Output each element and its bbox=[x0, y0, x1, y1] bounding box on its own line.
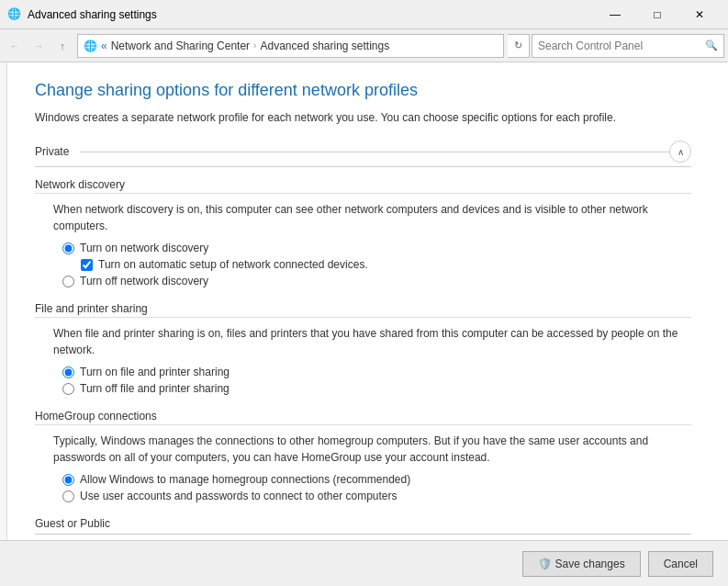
private-section-toggle[interactable]: ∧ bbox=[669, 141, 691, 163]
file-sharing-off-option: Turn off file and printer sharing bbox=[62, 382, 691, 395]
file-sharing-off-label: Turn off file and printer sharing bbox=[80, 382, 230, 395]
page-title: Change sharing options for different net… bbox=[35, 81, 691, 100]
breadcrumb-current: Advanced sharing settings bbox=[260, 39, 389, 52]
cancel-button[interactable]: Cancel bbox=[648, 551, 713, 577]
back-button[interactable]: ← bbox=[4, 35, 26, 57]
guest-section-header: Guest or Public bbox=[35, 517, 691, 535]
homegroup-windows-label: Allow Windows to manage homegroup connec… bbox=[80, 473, 410, 486]
search-box[interactable]: 🔍 bbox=[532, 34, 724, 58]
auto-setup-label: Turn on automatic setup of network conne… bbox=[98, 258, 368, 271]
search-input[interactable] bbox=[538, 39, 705, 52]
private-section-header: Private ∧ bbox=[35, 141, 691, 167]
network-discovery-header: Network discovery bbox=[35, 178, 691, 194]
auto-setup-checkbox[interactable] bbox=[81, 259, 93, 271]
address-bar: ← → ↑ 🌐 « Private Network and Sharing Ce… bbox=[0, 29, 728, 62]
up-button[interactable]: ↑ bbox=[51, 35, 73, 57]
forward-button[interactable]: → bbox=[28, 35, 50, 57]
breadcrumb: « Private Network and Sharing Center › A… bbox=[101, 39, 389, 52]
file-sharing-off-radio[interactable] bbox=[62, 383, 74, 395]
network-discovery-off-label: Turn off network discovery bbox=[80, 275, 208, 287]
network-discovery-on-label: Turn on network discovery bbox=[80, 242, 208, 254]
network-discovery-title: Network discovery bbox=[35, 178, 130, 191]
maximize-button[interactable]: □ bbox=[636, 0, 678, 29]
guest-section-title: Guest or Public bbox=[35, 517, 118, 530]
private-section-title: Private bbox=[35, 145, 76, 158]
refresh-button[interactable]: ↻ bbox=[508, 34, 530, 58]
homegroup-windows-option: Allow Windows to manage homegroup connec… bbox=[62, 473, 691, 486]
minimize-button[interactable]: — bbox=[594, 0, 636, 29]
sidebar-strip bbox=[0, 62, 7, 540]
title-bar-controls: — □ ✕ bbox=[594, 0, 721, 29]
network-discovery-on-option: Turn on network discovery bbox=[62, 242, 691, 254]
breadcrumb-network-center: Network and Sharing Center bbox=[111, 39, 250, 52]
breadcrumb-item: « bbox=[101, 39, 107, 52]
shield-icon: 🛡️ bbox=[538, 558, 552, 570]
breadcrumb-separator: › bbox=[253, 40, 256, 51]
homegroup-subsection: HomeGroup connections Typically, Windows… bbox=[35, 410, 691, 502]
title-bar: 🌐 Advanced sharing settings — □ ✕ bbox=[0, 0, 728, 29]
file-sharing-header: File and printer sharing bbox=[35, 302, 691, 318]
file-sharing-subsection: File and printer sharing When file and p… bbox=[35, 302, 691, 395]
network-discovery-off-option: Turn off network discovery bbox=[62, 275, 691, 287]
homegroup-user-option: Use user accounts and passwords to conne… bbox=[62, 490, 691, 502]
content-area: Change sharing options for different net… bbox=[7, 62, 728, 540]
page-description: Windows creates a separate network profi… bbox=[35, 109, 691, 126]
address-field[interactable]: 🌐 « Private Network and Sharing Center ›… bbox=[77, 34, 504, 58]
homegroup-user-label: Use user accounts and passwords to conne… bbox=[80, 490, 398, 502]
homegroup-windows-radio[interactable] bbox=[62, 474, 74, 486]
network-discovery-on-radio[interactable] bbox=[62, 242, 74, 254]
file-sharing-on-option: Turn on file and printer sharing bbox=[62, 366, 691, 378]
network-discovery-desc: When network discovery is on, this compu… bbox=[53, 201, 691, 234]
search-icon: 🔍 bbox=[705, 39, 718, 51]
network-discovery-subsection: Network discovery When network discovery… bbox=[35, 178, 691, 287]
footer: 🛡️ Save changes Cancel bbox=[0, 540, 728, 586]
title-bar-icon: 🌐 bbox=[7, 7, 22, 22]
breadcrumb-icon: 🌐 bbox=[84, 39, 97, 52]
network-discovery-off-radio[interactable] bbox=[62, 276, 74, 287]
main-container: Change sharing options for different net… bbox=[0, 62, 728, 540]
save-button[interactable]: 🛡️ Save changes bbox=[522, 551, 641, 577]
title-bar-text: Advanced sharing settings bbox=[28, 8, 594, 21]
close-button[interactable]: ✕ bbox=[678, 0, 721, 29]
file-sharing-desc: When file and printer sharing is on, fil… bbox=[53, 325, 691, 358]
file-sharing-title: File and printer sharing bbox=[35, 302, 153, 315]
save-label: Save changes bbox=[555, 558, 625, 570]
file-sharing-on-label: Turn on file and printer sharing bbox=[80, 366, 230, 378]
homegroup-desc: Typically, Windows manages the connectio… bbox=[53, 433, 691, 466]
homegroup-title: HomeGroup connections bbox=[35, 410, 162, 423]
homegroup-user-radio[interactable] bbox=[62, 490, 74, 502]
auto-setup-option: Turn on automatic setup of network conne… bbox=[81, 258, 691, 271]
file-sharing-on-radio[interactable] bbox=[62, 366, 74, 378]
homegroup-header: HomeGroup connections bbox=[35, 410, 691, 425]
